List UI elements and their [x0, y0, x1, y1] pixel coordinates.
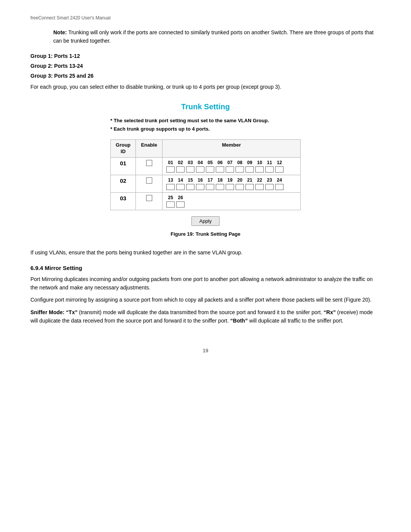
- mirror-p2: Configure port mirroring by assigning a …: [30, 296, 381, 304]
- port-check[interactable]: [245, 166, 254, 173]
- col-enable: Enable: [136, 140, 162, 158]
- mirror-both-label: “Both”: [230, 318, 248, 324]
- trunk-notes: * The selected trunk port setting must s…: [110, 117, 301, 133]
- apply-button-container: Apply: [110, 210, 301, 228]
- page-number: 19: [30, 348, 381, 353]
- mirror-tx-text: (transmit) mode will duplicate the data …: [78, 309, 324, 315]
- mirror-sniffer-label: Sniffer Mode:: [30, 309, 64, 315]
- port-check[interactable]: [166, 184, 175, 190]
- port-check[interactable]: [196, 184, 204, 190]
- col-member: Member: [162, 140, 301, 158]
- figure-caption: Figure 19: Trunk Setting Page: [110, 231, 301, 237]
- port-check[interactable]: [196, 166, 204, 173]
- apply-button[interactable]: Apply: [191, 216, 220, 226]
- checkbox-02[interactable]: [146, 177, 152, 184]
- trunk-note2: * Each trunk group supports up to 4 port…: [110, 125, 301, 133]
- trunk-note1: * The selected trunk port setting must s…: [110, 117, 301, 125]
- port-check[interactable]: [206, 184, 214, 190]
- trunk-title: Trunk Setting: [110, 102, 301, 111]
- port-nums-row-02: 13 14 15 16 17 18 19 20 21 22 23 24: [166, 177, 296, 183]
- checkbox-03[interactable]: [146, 195, 152, 201]
- trunk-table: GroupID Enable Member 01 01 02 03 04: [110, 139, 301, 210]
- port-checks-row-01: [166, 166, 296, 173]
- group3-heading: Group 3: Ports 25 and 26: [30, 73, 381, 79]
- col-group-id: GroupID: [111, 140, 136, 158]
- port-nums-row-01: 01 02 03 04 05 06 07 08 09 10 11 12: [166, 160, 296, 165]
- port-check[interactable]: [186, 184, 194, 190]
- port-check[interactable]: [255, 184, 264, 190]
- mirror-rx-label: “Rx”: [323, 309, 336, 315]
- port-check[interactable]: [186, 166, 194, 173]
- mirror-both-text: will duplicate all traffic to the sniffe…: [248, 318, 344, 324]
- mirror-p1: Port Mirroring duplicates incoming and/o…: [30, 275, 381, 292]
- member-cell-03: 25 26: [162, 193, 301, 210]
- group2-heading: Group 2: Ports 13-24: [30, 63, 381, 69]
- table-row: 01 01 02 03 04 05 06 07 08 09 1: [111, 158, 301, 175]
- port-check[interactable]: [255, 166, 264, 173]
- note-block: Note: Trunking will only work if the por…: [53, 28, 381, 45]
- port-check[interactable]: [206, 166, 214, 173]
- mirror-heading: 6.9.4 Mirror Setting: [30, 265, 381, 271]
- checkbox-01[interactable]: [146, 160, 152, 166]
- group-id-02: 02: [111, 175, 136, 193]
- enable-checkbox-02[interactable]: [136, 175, 162, 193]
- port-nums-row-03: 25 26: [166, 195, 296, 200]
- port-check[interactable]: [265, 166, 274, 173]
- group-id-01: 01: [111, 158, 136, 175]
- port-check[interactable]: [216, 166, 224, 173]
- port-checks-row-02: [166, 184, 296, 190]
- group1-heading: Group 1: Ports 1-12: [30, 53, 381, 59]
- port-check[interactable]: [166, 166, 175, 173]
- port-check[interactable]: [275, 184, 284, 190]
- note-text: Note: Trunking will only work if the por…: [53, 28, 381, 45]
- doc-header: freeConnect Smart 2420 User's Manual: [30, 15, 381, 21]
- body-text: For each group, you can select either to…: [30, 83, 381, 91]
- port-check[interactable]: [275, 166, 284, 173]
- mirror-p3: Sniffer Mode: “Tx” (transmit) mode will …: [30, 308, 381, 325]
- port-check[interactable]: [216, 184, 224, 190]
- mirror-tx-label: “Tx”: [66, 309, 77, 315]
- member-cell-02: 13 14 15 16 17 18 19 20 21 22 23 24: [162, 175, 301, 193]
- port-check[interactable]: [236, 166, 244, 173]
- member-cell-01: 01 02 03 04 05 06 07 08 09 10 11 12: [162, 158, 301, 175]
- table-row: 02 13 14 15 16 17 18 19 20 21 2: [111, 175, 301, 193]
- port-check[interactable]: [226, 166, 234, 173]
- port-check[interactable]: [176, 184, 185, 190]
- after-figure-text: If using VLANs, ensure that the ports be…: [30, 248, 381, 257]
- port-check[interactable]: [236, 184, 244, 190]
- note-label: Note:: [53, 29, 67, 35]
- port-checks-row-03: [166, 201, 296, 208]
- enable-checkbox-01[interactable]: [136, 158, 162, 175]
- port-check[interactable]: [176, 201, 185, 208]
- port-check[interactable]: [245, 184, 254, 190]
- enable-checkbox-03[interactable]: [136, 193, 162, 210]
- port-check[interactable]: [265, 184, 274, 190]
- trunk-section: Trunk Setting * The selected trunk port …: [110, 102, 301, 237]
- port-check[interactable]: [176, 166, 185, 173]
- port-check[interactable]: [226, 184, 234, 190]
- port-check[interactable]: [166, 201, 175, 208]
- group-id-03: 03: [111, 193, 136, 210]
- table-row: 03 25 26: [111, 193, 301, 210]
